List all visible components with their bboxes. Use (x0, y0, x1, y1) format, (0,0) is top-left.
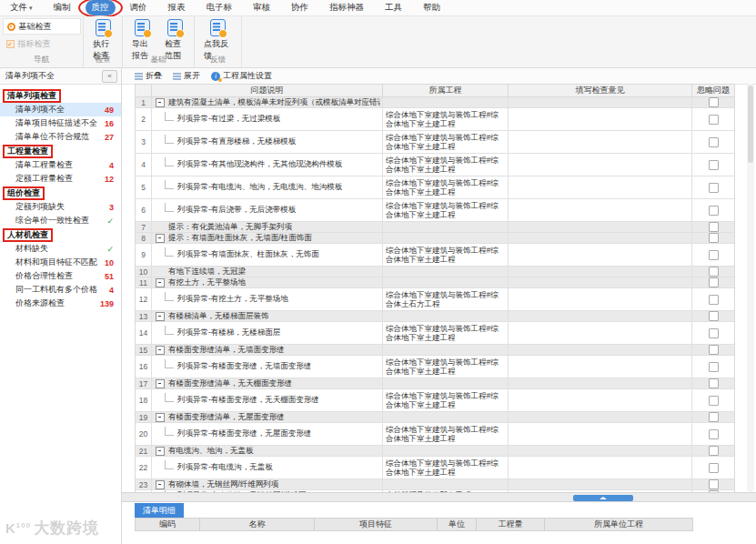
issue-text-cell[interactable]: 有楼面变形缝清单，无屋面变形缝 (152, 412, 383, 422)
ignore-checkbox[interactable] (709, 412, 719, 422)
opinion-cell[interactable] (509, 322, 692, 344)
opinion-cell[interactable] (509, 199, 692, 221)
opinion-cell[interactable] (509, 244, 692, 266)
expander-icon[interactable] (156, 346, 165, 355)
menu-item[interactable]: 质控 (86, 0, 116, 15)
opinion-cell[interactable] (509, 233, 692, 243)
opinion-cell[interactable] (509, 176, 692, 198)
ignore-checkbox[interactable] (709, 277, 719, 287)
ignore-checkbox[interactable] (709, 250, 719, 260)
ignore-cell[interactable] (692, 131, 734, 153)
issue-row[interactable]: 13 有楼梯清单，无楼梯面层装饰 (136, 311, 734, 322)
ignore-checkbox[interactable] (709, 446, 719, 456)
sidebar-collapse-button[interactable] (102, 70, 117, 83)
sidebar-item[interactable]: 材料缺失 ✓ (0, 242, 121, 256)
ignore-checkbox[interactable] (709, 345, 719, 355)
issue-text-cell[interactable]: 列项异常-有墙面抹灰、柱面抹灰，无饰面 (152, 244, 383, 266)
sidebar-item[interactable]: 清单单位不符合规范 27 (0, 130, 121, 144)
sidebar-item[interactable]: 定额列项缺失 3 (0, 200, 121, 214)
issue-row[interactable]: 20 列项异常-有楼面变形缝，无屋面变形缝 综合体地下室建筑与装饰工程#综合体地… (136, 423, 734, 446)
opinion-cell[interactable] (509, 446, 692, 456)
opinion-cell[interactable] (509, 457, 692, 479)
issue-text-cell[interactable]: 有楼面变形缝清单，无墙面变形缝 (152, 345, 383, 355)
issue-text-cell[interactable]: 有地下连续墙，无冠梁 (152, 267, 383, 277)
opinion-cell[interactable] (509, 378, 692, 388)
ignore-cell[interactable] (692, 322, 734, 344)
issue-text-cell[interactable]: 列项异常-有楼面变形缝，无墙面变形缝 (152, 356, 383, 378)
issue-row[interactable]: 16 列项异常-有楼面变形缝，无墙面变形缝 综合体地下室建筑与装饰工程#综合体地… (136, 356, 734, 378)
issue-row[interactable]: 14 列项异常-有楼梯，无楼梯面层 综合体地下室建筑与装饰工程#综合体地下室土建… (136, 322, 734, 345)
sidebar-item[interactable]: 清单项目特征描述不全 16 (0, 116, 121, 130)
issue-row[interactable]: 15 有楼面变形缝清单，无墙面变形缝 (136, 345, 734, 356)
ignore-checkbox[interactable] (709, 378, 719, 388)
issue-row[interactable]: 5 列项异常-有电缆沟、地沟，无电缆沟、地沟模板 综合体地下室建筑与装饰工程#综… (136, 176, 734, 199)
issue-row[interactable]: 17 有楼面变形缝清单，无天棚面变形缝 (136, 378, 734, 389)
issue-text-cell[interactable]: 列项异常-有过梁，无过梁模板 (152, 108, 383, 130)
menu-item[interactable]: 工具 (378, 0, 408, 15)
ignore-checkbox[interactable] (709, 362, 719, 372)
opinion-cell[interactable] (509, 479, 692, 489)
ignore-checkbox[interactable] (709, 429, 719, 439)
ignore-cell[interactable] (692, 412, 734, 422)
ignore-cell[interactable] (692, 277, 734, 287)
ignore-checkbox[interactable] (709, 97, 719, 107)
expander-icon[interactable] (156, 98, 165, 107)
opinion-cell[interactable] (509, 288, 692, 310)
issue-text-cell[interactable]: 有砌体墙，无钢丝网/纤维网列项 (152, 479, 383, 489)
issue-text-cell[interactable]: 列项异常-有电缆沟、地沟，无电缆沟、地沟模板 (152, 176, 383, 198)
ignore-cell[interactable] (692, 389, 734, 411)
issue-text-cell[interactable]: 列项异常-有楼面变形缝，无天棚面变形缝 (152, 389, 383, 411)
menu-item[interactable]: 编制 (47, 0, 77, 15)
splitter-collapse-handle[interactable] (573, 495, 633, 501)
issue-row[interactable]: 3 列项异常-有直形楼梯，无楼梯模板 综合体地下室建筑与装饰工程#综合体地下室土… (136, 131, 734, 154)
opinion-cell[interactable] (509, 222, 692, 232)
ignore-cell[interactable] (692, 244, 734, 266)
ignore-checkbox[interactable] (709, 206, 719, 216)
issue-text-cell[interactable]: 提示：有化粪池清单，无脚手架列项 (152, 222, 383, 232)
ignore-cell[interactable] (692, 356, 734, 378)
opinion-cell[interactable] (509, 389, 692, 411)
issue-text-cell[interactable]: 列项异常-有电缆沟，无盖板 (152, 457, 383, 479)
issue-text-cell[interactable]: 有挖土方，无平整场地 (152, 277, 383, 287)
panel-splitter[interactable] (122, 492, 756, 502)
opinion-cell[interactable] (509, 412, 692, 422)
ignore-cell[interactable] (692, 176, 734, 198)
ignore-checkbox[interactable] (709, 115, 719, 125)
ribbon-basic-check-button[interactable]: 基础检查 (3, 18, 81, 35)
project-attribute-settings-button[interactable]: i 工程属性设置 (211, 70, 272, 82)
issue-text-cell[interactable]: 列项异常-有楼梯，无楼梯面层 (152, 322, 383, 344)
sidebar-item[interactable]: 综合单价一致性检查 ✓ (0, 214, 121, 227)
expand-rows-button[interactable]: 展开 (173, 70, 200, 82)
issue-text-cell[interactable]: 列项异常-有挖土方，无平整场地 (152, 288, 383, 310)
ignore-cell[interactable] (692, 97, 734, 107)
menu-item[interactable]: 审核 (247, 0, 277, 15)
ignore-cell[interactable] (692, 479, 734, 489)
expander-icon[interactable] (156, 447, 165, 456)
menu-item[interactable]: 报表 (162, 0, 192, 15)
sidebar-item[interactable]: 价格合理性检查 51 (0, 269, 121, 283)
issue-row[interactable]: 1 建筑有混凝土清单，模板清单未对应列项（或模板清单对应错误） (136, 97, 734, 108)
ignore-cell[interactable] (692, 457, 734, 479)
issue-text-cell[interactable]: 有电缆沟、地沟，无盖板 (152, 446, 383, 456)
expander-icon[interactable] (156, 413, 165, 422)
opinion-cell[interactable] (509, 131, 692, 153)
sidebar-item[interactable]: 材料和项目特征不匹配 10 (0, 256, 121, 269)
ignore-checkbox[interactable] (709, 137, 719, 147)
opinion-cell[interactable] (509, 154, 692, 176)
ignore-cell[interactable] (692, 446, 734, 456)
opinion-cell[interactable] (509, 267, 692, 277)
ribbon-indicator-check-button[interactable]: ✓ 指标检查 (3, 36, 81, 51)
issue-row[interactable]: 8 提示：有墙面/柱面抹灰，无墙面/柱面饰面 (136, 233, 734, 244)
issue-row[interactable]: 7 提示：有化粪池清单，无脚手架列项 (136, 222, 734, 233)
issue-row[interactable]: 2 列项异常-有过梁，无过梁模板 综合体地下室建筑与装饰工程#综合体地下室土建工… (136, 108, 734, 131)
issue-text-cell[interactable]: 列项异常-有其他现浇构件，无其他现浇构件模板 (152, 154, 383, 176)
opinion-cell[interactable] (509, 311, 692, 321)
issue-text-cell[interactable]: 有楼梯清单，无楼梯面层装饰 (152, 311, 383, 321)
collapse-rows-button[interactable]: 折叠 (135, 70, 162, 82)
ignore-checkbox[interactable] (709, 396, 719, 406)
opinion-cell[interactable] (509, 97, 692, 107)
sidebar-item[interactable]: 清单工程量检查 4 (0, 158, 121, 172)
tab-list-detail[interactable]: 清单明细 (135, 503, 184, 518)
ignore-cell[interactable] (692, 345, 734, 355)
opinion-cell[interactable] (509, 423, 692, 445)
